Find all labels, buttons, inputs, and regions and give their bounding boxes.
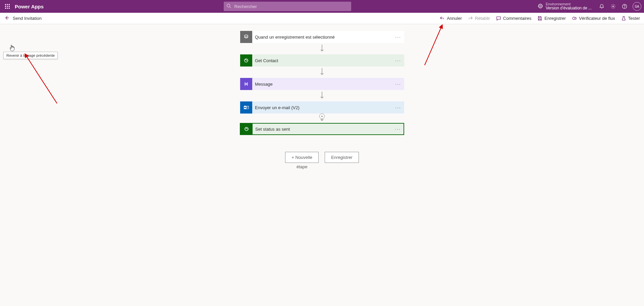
- undo-button[interactable]: Annuler: [440, 16, 462, 21]
- step-title: Get Contact: [252, 58, 278, 63]
- svg-rect-6: [5, 8, 6, 9]
- flow-step[interactable]: Set status as sent···: [240, 123, 404, 135]
- svg-rect-5: [9, 6, 10, 7]
- step-more-icon[interactable]: ···: [395, 81, 401, 87]
- flow-step[interactable]: Envoyer un e-mail (V2)···: [240, 101, 404, 114]
- flow-connector: [320, 90, 324, 101]
- environment-name: Version d'évaluation de ...: [546, 6, 592, 10]
- environment-label: Environnement: [546, 2, 592, 6]
- comments-button[interactable]: Commentaires: [496, 16, 532, 21]
- flow-step[interactable]: Quand un enregistrement est sélectionné·…: [240, 31, 404, 43]
- brand-title: Power Apps: [15, 4, 44, 9]
- environment-icon: [538, 3, 543, 10]
- redo-label: Rétablir: [475, 16, 490, 21]
- step-connector-icon: [240, 31, 252, 43]
- annotation-arrow-left: [23, 53, 60, 107]
- help-icon[interactable]: [621, 3, 628, 10]
- back-button[interactable]: Send Invitation: [4, 15, 42, 21]
- step-title: Quand un enregistrement est sélectionné: [252, 35, 335, 40]
- svg-rect-3: [5, 6, 6, 7]
- new-step-label-line2: étape: [297, 164, 308, 169]
- redo-button: Rétablir: [468, 16, 490, 21]
- search-icon: [226, 4, 231, 9]
- flow-title: Send Invitation: [13, 16, 42, 21]
- save-flow-button[interactable]: Enregistrer: [325, 152, 359, 163]
- step-more-icon[interactable]: ···: [395, 58, 401, 63]
- flow-checker-label: Vérificateur de flux: [579, 16, 615, 21]
- step-more-icon[interactable]: ···: [395, 126, 401, 132]
- step-connector-icon: [240, 101, 252, 114]
- test-label: Tester: [628, 16, 640, 21]
- svg-rect-0: [5, 4, 6, 5]
- notifications-icon[interactable]: [598, 3, 605, 10]
- svg-point-9: [227, 4, 230, 7]
- add-step-button[interactable]: +: [319, 114, 325, 119]
- step-connector-icon: [240, 54, 252, 67]
- mouse-cursor-icon: [9, 44, 15, 52]
- search-input[interactable]: [224, 2, 351, 11]
- step-title: Message: [252, 82, 273, 87]
- step-connector-icon: [240, 123, 253, 135]
- flow-step[interactable]: Get Contact···: [240, 54, 404, 67]
- step-title: Set status as sent: [253, 127, 290, 132]
- svg-rect-4: [7, 6, 8, 7]
- flow-checker-button[interactable]: Vérificateur de flux: [572, 16, 615, 21]
- back-tooltip: Revenir à la page précédente: [3, 52, 58, 59]
- back-arrow-icon: [4, 15, 9, 21]
- svg-line-17: [425, 27, 441, 65]
- svg-rect-8: [9, 8, 10, 9]
- flow-step[interactable]: Message···: [240, 78, 404, 90]
- svg-point-15: [573, 17, 575, 20]
- undo-label: Annuler: [447, 16, 462, 21]
- svg-line-10: [229, 7, 231, 8]
- svg-point-23: [244, 107, 246, 108]
- step-connector-icon: [240, 78, 252, 90]
- step-title: Envoyer un e-mail (V2): [252, 105, 300, 110]
- svg-rect-7: [7, 8, 8, 9]
- flow-connector: +: [320, 114, 324, 123]
- new-step-button[interactable]: + Nouvelle: [285, 152, 319, 163]
- step-more-icon[interactable]: ···: [395, 34, 401, 40]
- save-button[interactable]: Enregistrer: [537, 16, 566, 21]
- flow-connector: [320, 67, 324, 78]
- annotation-arrow-right: [422, 24, 445, 68]
- svg-rect-1: [7, 4, 8, 5]
- svg-point-12: [612, 6, 614, 7]
- svg-point-14: [625, 7, 625, 8]
- svg-line-16: [26, 56, 57, 103]
- step-more-icon[interactable]: ···: [395, 105, 401, 110]
- avatar[interactable]: SA: [633, 2, 641, 11]
- save-label: Enregistrer: [544, 16, 566, 21]
- flow-connector: [320, 43, 324, 54]
- comments-label: Commentaires: [503, 16, 532, 21]
- svg-rect-2: [9, 4, 10, 5]
- app-launcher-icon[interactable]: [4, 3, 11, 10]
- test-button[interactable]: Tester: [621, 16, 640, 21]
- settings-icon[interactable]: [610, 3, 616, 10]
- environment-picker[interactable]: Environnement Version d'évaluation de ..…: [538, 2, 592, 10]
